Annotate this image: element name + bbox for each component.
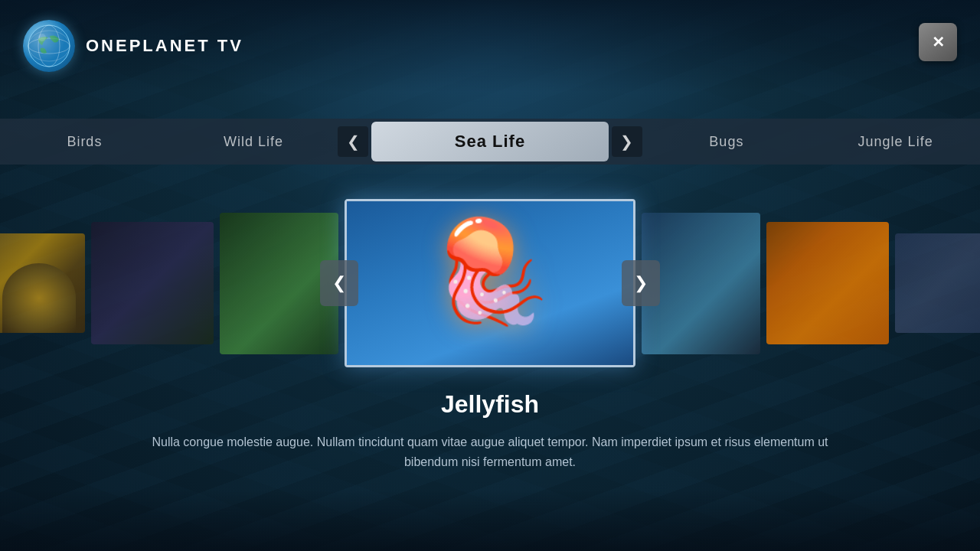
logo-text: ONEPLANET TV <box>86 36 243 56</box>
nav-item-birds[interactable]: Birds <box>0 119 169 165</box>
svg-point-1 <box>38 25 60 67</box>
nav-item-sealife[interactable]: Sea Life <box>371 122 608 161</box>
logo: ONEPLANET TV <box>23 20 243 72</box>
nav-item-junglelife[interactable]: Jungle Life <box>811 119 980 165</box>
logo-brand: ONEPLANET <box>86 36 211 55</box>
nav-prev-arrow[interactable]: ❮ <box>338 126 368 157</box>
content-description: Nulla congue molestie augue. Nullam tinc… <box>145 432 835 471</box>
list-item[interactable] <box>895 233 980 333</box>
svg-point-4 <box>28 25 70 67</box>
carousel-prev-button[interactable]: ❮ <box>320 260 358 306</box>
svg-point-0 <box>28 25 70 67</box>
list-item[interactable] <box>766 222 889 344</box>
nav-next-arrow[interactable]: ❯ <box>612 126 642 157</box>
svg-point-5 <box>38 34 46 41</box>
list-item[interactable] <box>91 222 214 344</box>
carousel-center-item[interactable] <box>345 199 635 367</box>
nav-item-bugs[interactable]: Bugs <box>642 119 812 165</box>
content-info: Jellyfish Nulla congue molestie augue. N… <box>0 390 980 471</box>
svg-point-3 <box>28 31 70 61</box>
nav-item-wildlife[interactable]: Wild Life <box>169 119 338 165</box>
bottom-gradient <box>0 490 980 551</box>
logo-suffix: TV <box>211 36 243 55</box>
header: ONEPLANET TV ✕ <box>0 0 980 92</box>
globe-icon <box>23 20 75 72</box>
list-item[interactable] <box>0 233 85 333</box>
svg-point-2 <box>28 38 70 54</box>
close-button[interactable]: ✕ <box>919 23 957 61</box>
carousel-track <box>0 199 980 367</box>
nav-bar: Birds Wild Life ❮ Sea Life ❯ Bugs Jungle… <box>0 119 980 165</box>
content-title: Jellyfish <box>61 390 919 419</box>
carousel-next-button[interactable]: ❯ <box>622 260 660 306</box>
carousel-section: ❮ ❯ <box>0 184 980 383</box>
